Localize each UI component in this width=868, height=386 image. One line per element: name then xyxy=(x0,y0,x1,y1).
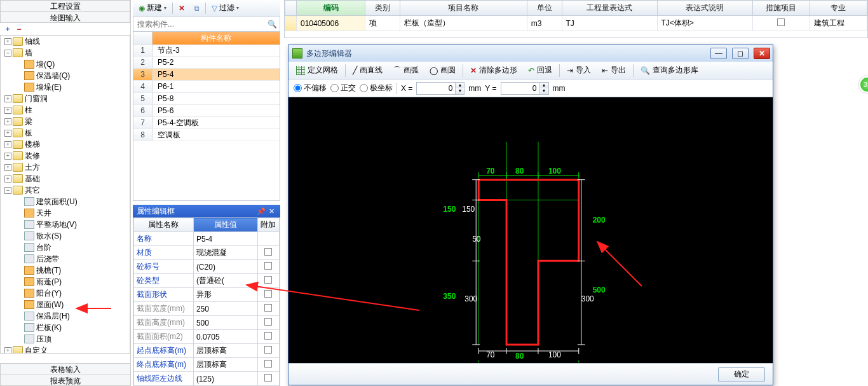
prop-add[interactable] xyxy=(257,260,279,274)
prop-value[interactable]: (C20) xyxy=(193,260,257,274)
list-item[interactable]: 5P5-8 xyxy=(133,93,280,105)
query-library-button[interactable]: 🔍查询多边形库 xyxy=(637,63,702,78)
clear-polygon-button[interactable]: ✕清除多边形 xyxy=(466,63,521,78)
ok-button[interactable]: 确定 xyxy=(718,367,765,382)
tree-node[interactable]: + 土方 xyxy=(1,162,130,172)
expander-icon[interactable] xyxy=(16,221,23,228)
table-row[interactable]: 砼标号 (C20) xyxy=(134,260,280,274)
table-row[interactable]: 起点底标高(m) 层顶标高 xyxy=(134,344,280,358)
expander-icon[interactable]: + xyxy=(4,130,11,137)
expander-icon[interactable]: + xyxy=(4,141,11,148)
expander-icon[interactable]: + xyxy=(4,347,11,354)
polar-radio[interactable]: 极坐标 xyxy=(360,83,393,93)
col-expr-desc[interactable]: 表达式说明 xyxy=(657,1,752,16)
expander-icon[interactable] xyxy=(16,324,23,331)
col-code[interactable]: 编码 xyxy=(297,1,365,16)
tree-node[interactable]: 阳台(Y) xyxy=(1,288,130,298)
unit-cell[interactable]: m3 xyxy=(527,16,562,31)
checkbox[interactable] xyxy=(264,262,272,270)
expander-icon[interactable]: + xyxy=(4,118,11,125)
expander-icon[interactable]: + xyxy=(4,95,11,102)
prop-value[interactable]: 250 xyxy=(193,302,257,316)
drawing-canvas[interactable]: 70 80 100 150 350 150 50 300 xyxy=(288,97,773,363)
tree-node[interactable]: + 楼梯 xyxy=(1,139,130,149)
list-item[interactable]: 7P5-4-空调板 xyxy=(133,117,280,129)
table-row[interactable]: 截面高度(mm) 500 xyxy=(134,316,280,330)
expander-icon[interactable]: + xyxy=(4,164,11,171)
dialog-title-bar[interactable]: 多边形编辑器 — ◻ ✕ xyxy=(288,45,773,62)
col-category[interactable]: 类别 xyxy=(365,1,400,16)
checkbox[interactable] xyxy=(264,318,272,326)
tree-node[interactable]: − 其它 xyxy=(1,185,130,195)
checkbox[interactable] xyxy=(264,290,272,298)
expander-icon[interactable] xyxy=(16,244,23,251)
prop-add[interactable] xyxy=(257,372,279,386)
tree-node[interactable]: 保温墙(Q) xyxy=(1,71,130,81)
filter-button[interactable]: ▽ 过滤 ▾ xyxy=(208,1,242,15)
prop-value[interactable]: 层顶标高 xyxy=(193,358,257,372)
checkbox[interactable] xyxy=(264,304,272,312)
ortho-radio[interactable]: 正交 xyxy=(330,83,356,93)
list-item[interactable]: 8空调板 xyxy=(133,129,280,141)
prop-add[interactable] xyxy=(257,246,279,260)
list-item[interactable]: 2P5-2 xyxy=(133,57,280,69)
prop-value[interactable]: 0.0705 xyxy=(193,330,257,344)
list-item[interactable]: 4P6-1 xyxy=(133,81,280,93)
tree-node[interactable]: + 轴线 xyxy=(1,36,130,46)
table-row[interactable]: 砼类型 (普通砼( xyxy=(134,274,280,288)
col-unit[interactable]: 单位 xyxy=(527,1,562,16)
list-item[interactable]: 3P5-4 xyxy=(133,69,280,81)
expander-icon[interactable]: + xyxy=(4,176,11,183)
tree-node[interactable]: 台阶 xyxy=(1,242,130,252)
tree-node[interactable]: 栏板(K) xyxy=(1,322,130,333)
expander-icon[interactable] xyxy=(16,72,23,79)
desc-cell[interactable]: TJ<体积> xyxy=(657,16,752,31)
expander-icon[interactable]: + xyxy=(4,153,11,160)
new-button[interactable]: ◉ 新建 ▾ xyxy=(135,1,170,15)
expander-icon[interactable] xyxy=(16,267,23,274)
list-item[interactable]: 6P5-6 xyxy=(133,105,280,117)
table-row[interactable]: 截面宽度(mm) 250 xyxy=(134,302,280,316)
tree-node[interactable]: 屋面(W) xyxy=(1,300,130,310)
prop-add[interactable] xyxy=(257,330,279,344)
expand-all-icon[interactable]: + xyxy=(3,24,13,34)
checkbox[interactable] xyxy=(264,248,272,256)
table-row[interactable]: 010405006 项 栏板（造型） m3 TJ TJ<体积> 建筑工程 xyxy=(285,16,867,31)
checkbox[interactable] xyxy=(264,346,272,354)
define-grid-button[interactable]: 定义网格 xyxy=(292,63,342,78)
expander-icon[interactable] xyxy=(16,279,23,286)
close-button[interactable]: ✕ xyxy=(754,48,770,59)
tree-node[interactable]: 建筑面积(U) xyxy=(1,196,130,207)
col-spec[interactable]: 专业 xyxy=(810,1,867,16)
copy-button[interactable]: ⧉ xyxy=(191,2,203,15)
minimize-button[interactable]: — xyxy=(710,48,727,59)
prop-add[interactable] xyxy=(257,288,279,302)
expander-icon[interactable] xyxy=(16,290,23,297)
tree-node[interactable]: 墙(Q) xyxy=(1,59,130,69)
expander-icon[interactable]: + xyxy=(4,107,11,114)
checkbox[interactable] xyxy=(264,374,272,382)
expander-icon[interactable] xyxy=(16,61,23,68)
col-expr[interactable]: 工程量表达式 xyxy=(562,1,657,16)
expander-icon[interactable] xyxy=(16,198,23,205)
expander-icon[interactable]: − xyxy=(4,50,11,57)
tree-node[interactable]: 压顶 xyxy=(1,334,130,344)
tree-node[interactable]: − 墙 xyxy=(1,48,130,58)
prop-add[interactable] xyxy=(257,344,279,358)
table-row[interactable]: 终点底标高(m) 层顶标高 xyxy=(134,358,280,372)
prop-add[interactable] xyxy=(257,274,279,288)
prop-add[interactable] xyxy=(257,232,279,246)
tree-node[interactable]: 散水(S) xyxy=(1,231,130,241)
tree-node[interactable]: 平整场地(V) xyxy=(1,219,130,230)
prop-value[interactable]: 异形 xyxy=(193,288,257,302)
prop-add[interactable] xyxy=(257,316,279,330)
notification-bubble[interactable]: 31 xyxy=(859,76,868,93)
table-row[interactable]: 截面面积(m2) 0.0705 xyxy=(134,330,280,344)
no-offset-radio[interactable]: 不偏移 xyxy=(294,83,327,93)
category-tree[interactable]: + 轴线 − 墙 墙(Q) 保温墙(Q) 墙垛(E) + 门窗洞 + 柱 + 梁… xyxy=(0,36,130,354)
table-row[interactable]: 截面形状 异形 xyxy=(134,288,280,302)
tree-node[interactable]: + 自定义 xyxy=(1,345,130,354)
prop-add[interactable] xyxy=(257,302,279,316)
tree-node[interactable]: + 装修 xyxy=(1,151,130,161)
tree-node[interactable]: + 柱 xyxy=(1,105,130,115)
